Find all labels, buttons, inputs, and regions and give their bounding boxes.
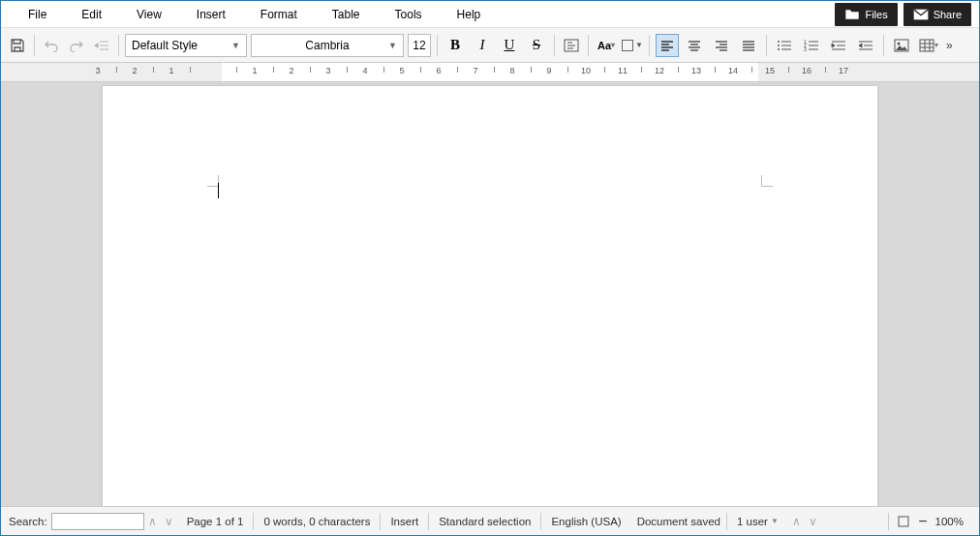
menu-view[interactable]: View bbox=[119, 8, 179, 21]
bullet-list-icon bbox=[777, 40, 792, 51]
strikethrough-button[interactable]: S bbox=[525, 34, 548, 57]
toolbar-overflow-button[interactable]: » bbox=[944, 39, 955, 52]
font-size-select[interactable]: 12 bbox=[408, 34, 431, 57]
ruler-number: 2 bbox=[132, 66, 137, 75]
insert-image-button[interactable] bbox=[890, 34, 913, 57]
table-icon bbox=[919, 39, 934, 52]
ruler-number: 4 bbox=[362, 66, 367, 75]
character-formatting-button[interactable]: Aa▾ bbox=[595, 34, 618, 57]
separator bbox=[34, 35, 35, 56]
outdent-button[interactable] bbox=[91, 35, 112, 56]
menu-edit[interactable]: Edit bbox=[64, 8, 119, 21]
image-icon bbox=[894, 39, 909, 52]
separator bbox=[588, 35, 589, 56]
page-status[interactable]: Page 1 of 1 bbox=[177, 513, 254, 530]
users-count-label: 1 user bbox=[737, 516, 768, 527]
fit-page-icon[interactable] bbox=[897, 515, 910, 528]
ruler-tick bbox=[678, 67, 679, 73]
ruler-tick bbox=[715, 67, 716, 73]
save-button[interactable] bbox=[7, 35, 28, 56]
field-icon bbox=[564, 39, 579, 52]
redo-button[interactable] bbox=[66, 35, 87, 56]
save-status: Document saved bbox=[631, 516, 726, 527]
align-justify-button[interactable] bbox=[737, 34, 760, 57]
italic-button[interactable]: I bbox=[471, 34, 494, 57]
bullet-list-button[interactable] bbox=[773, 34, 796, 57]
menubar: File Edit View Insert Format Table Tools… bbox=[1, 1, 979, 28]
color-swatch-icon bbox=[622, 40, 633, 51]
search-next-button[interactable]: ∨ bbox=[161, 515, 177, 528]
zoom-out-button[interactable]: − bbox=[918, 513, 927, 530]
separator bbox=[766, 35, 767, 56]
separator bbox=[118, 35, 119, 56]
files-button[interactable]: Files bbox=[835, 3, 897, 26]
selection-mode-status[interactable]: Standard selection bbox=[428, 513, 540, 530]
separator bbox=[883, 35, 884, 56]
ruler-tick bbox=[383, 67, 384, 73]
menu-help[interactable]: Help bbox=[440, 8, 499, 21]
bold-button[interactable]: B bbox=[444, 34, 467, 57]
underline-button[interactable]: U bbox=[498, 34, 521, 57]
save-icon bbox=[10, 38, 25, 53]
paragraph-style-select[interactable]: Default Style ▼ bbox=[125, 34, 247, 57]
svg-point-9 bbox=[897, 42, 900, 45]
language-status[interactable]: English (USA) bbox=[540, 513, 630, 530]
outdent-icon bbox=[94, 40, 109, 51]
search-label: Search: bbox=[9, 516, 51, 527]
insert-field-button[interactable] bbox=[561, 35, 582, 56]
zoom-level[interactable]: 100% bbox=[935, 516, 964, 527]
search-prev-button[interactable]: ∧ bbox=[144, 515, 161, 528]
menu-tools[interactable]: Tools bbox=[378, 8, 440, 21]
menu-insert[interactable]: Insert bbox=[179, 8, 243, 21]
ruler-tick bbox=[604, 67, 605, 73]
search-input[interactable] bbox=[51, 513, 144, 530]
share-button[interactable]: Share bbox=[903, 3, 971, 26]
ruler-number: 13 bbox=[691, 66, 701, 75]
ruler-tick bbox=[825, 67, 826, 73]
separator bbox=[437, 35, 438, 56]
ruler-number: 5 bbox=[399, 66, 404, 75]
menu-table[interactable]: Table bbox=[315, 8, 378, 21]
ruler-number: 3 bbox=[325, 66, 330, 75]
svg-point-3 bbox=[778, 45, 780, 46]
ruler-tick bbox=[788, 67, 789, 73]
ruler-number: 8 bbox=[509, 66, 514, 75]
indent-increase-button[interactable] bbox=[827, 34, 850, 57]
chevron-down-icon: ▼ bbox=[635, 41, 643, 49]
align-left-button[interactable] bbox=[656, 34, 679, 57]
document-workspace[interactable] bbox=[1, 82, 979, 506]
ruler-tick bbox=[236, 67, 237, 73]
align-center-button[interactable] bbox=[683, 34, 706, 57]
toolbar: Default Style ▼ Cambria ▼ 12 B I U S Aa▾… bbox=[1, 28, 979, 63]
undo-button[interactable] bbox=[41, 35, 62, 56]
text-cursor bbox=[218, 183, 219, 198]
user-prev-button[interactable]: ∧ bbox=[788, 515, 805, 528]
share-button-label: Share bbox=[934, 9, 962, 20]
align-right-button[interactable] bbox=[710, 34, 733, 57]
ruler-number: 7 bbox=[473, 66, 477, 75]
svg-text:3: 3 bbox=[804, 46, 807, 51]
ruler-tick bbox=[531, 67, 532, 73]
horizontal-ruler[interactable]: 3211234567891011121314151617 bbox=[1, 63, 979, 82]
highlight-color-button[interactable]: ▼ bbox=[622, 40, 643, 51]
indent-decrease-button[interactable] bbox=[854, 34, 877, 57]
ruler-number: 15 bbox=[765, 66, 775, 75]
user-next-button[interactable]: ∨ bbox=[805, 515, 821, 528]
ruler-tick bbox=[494, 67, 495, 73]
ruler-number: 12 bbox=[655, 66, 664, 75]
wordcount-status[interactable]: 0 words, 0 characters bbox=[253, 513, 380, 530]
ruler-tick bbox=[751, 67, 752, 73]
font-family-select[interactable]: Cambria ▼ bbox=[251, 34, 404, 57]
numbered-list-button[interactable]: 123 bbox=[800, 34, 823, 57]
menu-file[interactable]: File bbox=[11, 8, 64, 21]
insert-table-button[interactable]: ▾ bbox=[917, 34, 940, 57]
margin-marker-top-right bbox=[761, 175, 773, 187]
insert-mode-status[interactable]: Insert bbox=[380, 513, 428, 530]
numbered-list-icon: 123 bbox=[804, 40, 819, 51]
undo-icon bbox=[44, 39, 59, 52]
align-left-icon bbox=[660, 40, 674, 51]
menu-format[interactable]: Format bbox=[243, 8, 315, 21]
document-page[interactable] bbox=[103, 86, 877, 506]
separator bbox=[649, 35, 650, 56]
users-status[interactable]: 1 user ▼ bbox=[726, 513, 788, 530]
